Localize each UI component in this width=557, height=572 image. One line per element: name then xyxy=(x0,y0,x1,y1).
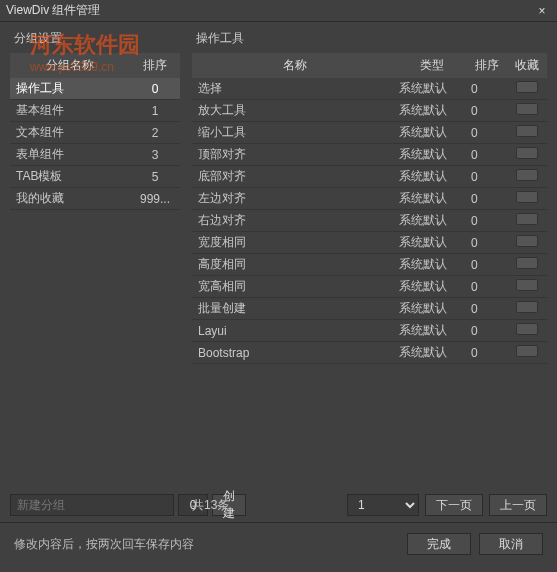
favorite-toggle[interactable] xyxy=(516,235,538,247)
cancel-button[interactable]: 取消 xyxy=(479,533,543,555)
component-row-name: 底部对齐 xyxy=(192,168,397,185)
component-row[interactable]: 宽度相同系统默认0 xyxy=(192,232,547,254)
group-row-name: 操作工具 xyxy=(10,80,130,97)
group-row[interactable]: 表单组件3 xyxy=(10,144,180,166)
group-row-sort: 2 xyxy=(130,126,180,140)
component-header-fav: 收藏 xyxy=(507,53,547,78)
component-row-type: 系统默认 xyxy=(397,344,467,361)
group-table-header: 分组名称 排序 xyxy=(10,53,180,78)
component-row-type: 系统默认 xyxy=(397,124,467,141)
component-table-header: 名称 类型 排序 收藏 xyxy=(192,53,547,78)
component-row-fav xyxy=(507,235,547,250)
component-row-name: 选择 xyxy=(192,80,397,97)
component-row-sort: 0 xyxy=(467,324,507,338)
component-row-sort: 0 xyxy=(467,302,507,316)
component-row-type: 系统默认 xyxy=(397,146,467,163)
new-group-input[interactable] xyxy=(10,494,174,516)
component-row-sort: 0 xyxy=(467,236,507,250)
component-row-sort: 0 xyxy=(467,126,507,140)
component-row-fav xyxy=(507,301,547,316)
component-row-type: 系统默认 xyxy=(397,278,467,295)
page-select[interactable]: 1 xyxy=(347,494,419,516)
favorite-toggle[interactable] xyxy=(516,191,538,203)
component-section-label: 操作工具 xyxy=(192,30,547,47)
group-row[interactable]: 文本组件2 xyxy=(10,122,180,144)
component-row-type: 系统默认 xyxy=(397,234,467,251)
prev-page-button[interactable]: 上一页 xyxy=(489,494,547,516)
component-row-sort: 0 xyxy=(467,280,507,294)
component-row-fav xyxy=(507,103,547,118)
component-row-name: 批量创建 xyxy=(192,300,397,317)
component-row-name: 右边对齐 xyxy=(192,212,397,229)
component-row-fav xyxy=(507,125,547,140)
component-row-type: 系统默认 xyxy=(397,212,467,229)
component-row-sort: 0 xyxy=(467,346,507,360)
component-row-sort: 0 xyxy=(467,214,507,228)
group-header-name: 分组名称 xyxy=(10,53,130,78)
favorite-toggle[interactable] xyxy=(516,125,538,137)
next-page-button[interactable]: 下一页 xyxy=(425,494,483,516)
component-row[interactable]: 宽高相同系统默认0 xyxy=(192,276,547,298)
component-header-name: 名称 xyxy=(192,53,397,78)
component-row[interactable]: Layui系统默认0 xyxy=(192,320,547,342)
component-row-name: 缩小工具 xyxy=(192,124,397,141)
component-row-type: 系统默认 xyxy=(397,190,467,207)
favorite-toggle[interactable] xyxy=(516,103,538,115)
component-row-name: Layui xyxy=(192,324,397,338)
component-row[interactable]: Bootstrap系统默认0 xyxy=(192,342,547,364)
component-row-name: Bootstrap xyxy=(192,346,397,360)
component-row[interactable]: 右边对齐系统默认0 xyxy=(192,210,547,232)
component-row[interactable]: 高度相同系统默认0 xyxy=(192,254,547,276)
component-row-fav xyxy=(507,191,547,206)
favorite-toggle[interactable] xyxy=(516,257,538,269)
component-row-name: 宽高相同 xyxy=(192,278,397,295)
component-row[interactable]: 放大工具系统默认0 xyxy=(192,100,547,122)
favorite-toggle[interactable] xyxy=(516,323,538,335)
component-row-name: 放大工具 xyxy=(192,102,397,119)
group-row-name: 表单组件 xyxy=(10,146,130,163)
component-row-sort: 0 xyxy=(467,258,507,272)
component-row[interactable]: 底部对齐系统默认0 xyxy=(192,166,547,188)
component-row-type: 系统默认 xyxy=(397,102,467,119)
close-icon[interactable]: × xyxy=(533,4,551,18)
component-row-sort: 0 xyxy=(467,148,507,162)
favorite-toggle[interactable] xyxy=(516,81,538,93)
favorite-toggle[interactable] xyxy=(516,147,538,159)
group-header-sort: 排序 xyxy=(130,53,180,78)
group-row[interactable]: 基本组件1 xyxy=(10,100,180,122)
component-panel: 操作工具 名称 类型 排序 收藏 选择系统默认0放大工具系统默认0缩小工具系统默… xyxy=(192,30,547,522)
group-row[interactable]: TAB模板5 xyxy=(10,166,180,188)
favorite-toggle[interactable] xyxy=(516,279,538,291)
component-row[interactable]: 批量创建系统默认0 xyxy=(192,298,547,320)
group-row-name: 我的收藏 xyxy=(10,190,130,207)
component-row-sort: 0 xyxy=(467,192,507,206)
group-panel: 分组设置 分组名称 排序 操作工具0基本组件1文本组件2表单组件3TAB模板5我… xyxy=(10,30,180,522)
component-row[interactable]: 缩小工具系统默认0 xyxy=(192,122,547,144)
favorite-toggle[interactable] xyxy=(516,301,538,313)
favorite-toggle[interactable] xyxy=(516,169,538,181)
component-row-name: 高度相同 xyxy=(192,256,397,273)
component-row-fav xyxy=(507,323,547,338)
component-table-body: 选择系统默认0放大工具系统默认0缩小工具系统默认0顶部对齐系统默认0底部对齐系统… xyxy=(192,78,547,488)
bottom-bar: 修改内容后，按两次回车保存内容 完成 取消 xyxy=(0,522,557,565)
component-row-type: 系统默认 xyxy=(397,300,467,317)
window-title: ViewDiv 组件管理 xyxy=(6,2,533,19)
favorite-toggle[interactable] xyxy=(516,213,538,225)
group-row[interactable]: 我的收藏999... xyxy=(10,188,180,210)
component-row[interactable]: 左边对齐系统默认0 xyxy=(192,188,547,210)
group-row[interactable]: 操作工具0 xyxy=(10,78,180,100)
component-row-fav xyxy=(507,345,547,360)
favorite-toggle[interactable] xyxy=(516,345,538,357)
group-row-sort: 3 xyxy=(130,148,180,162)
component-row-fav xyxy=(507,169,547,184)
group-row-sort: 0 xyxy=(130,82,180,96)
group-row-name: 基本组件 xyxy=(10,102,130,119)
group-row-sort: 1 xyxy=(130,104,180,118)
component-row[interactable]: 选择系统默认0 xyxy=(192,78,547,100)
component-row-sort: 0 xyxy=(467,170,507,184)
record-count: 共13条 xyxy=(192,497,229,514)
component-row-fav xyxy=(507,213,547,228)
ok-button[interactable]: 完成 xyxy=(407,533,471,555)
component-row[interactable]: 顶部对齐系统默认0 xyxy=(192,144,547,166)
component-row-sort: 0 xyxy=(467,82,507,96)
